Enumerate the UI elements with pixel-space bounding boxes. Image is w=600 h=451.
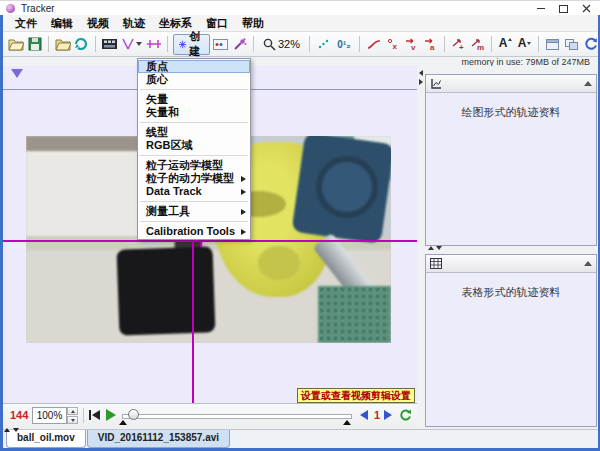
table-view-panel: 表格形式的轨迹资料 [425,254,597,427]
collapse-panel-button[interactable] [584,81,592,86]
clip-settings-icon[interactable] [101,36,118,53]
down-caret-icon [527,42,531,45]
play-rate-field[interactable]: 100% [32,407,67,424]
menu-separator [140,221,248,222]
menu-help[interactable]: 帮助 [235,16,271,31]
menu-file[interactable]: 文件 [8,16,44,31]
toolbar-separator [253,36,254,52]
player-separator [83,408,84,423]
velocities-icon[interactable]: v [403,36,420,53]
menu-item-dynamic-model[interactable]: 粒子的动力学模型 [138,172,250,185]
font-increase-button[interactable]: A [497,36,514,53]
menu-track[interactable]: 轨迹 [116,16,152,31]
collapse-panel-button[interactable] [584,261,592,266]
toolbar: 创建 32% 0¹₂ x v a + [3,32,598,57]
menu-item-vector[interactable]: 矢量 [138,93,250,106]
menu-video[interactable]: 视频 [80,16,116,31]
zoom-button[interactable]: 32% [259,35,304,53]
splitter-up-arrow-icon[interactable] [428,246,434,250]
bottom-splitter-handle[interactable] [4,428,24,433]
menu-item-data-track[interactable]: Data Track [138,185,250,198]
track-control-icon[interactable] [212,36,229,53]
positions-icon[interactable]: x [384,36,401,53]
table-icon [430,258,442,269]
plot-panel-header [426,75,596,93]
menu-item-measuring-tools[interactable]: 测量工具 [138,205,250,218]
select-points-icon[interactable] [315,36,332,53]
open-file-icon[interactable] [7,36,24,53]
calibration-stick-icon[interactable] [145,36,162,53]
create-menu: 质点 质心 矢量 矢量和 线型 RGB区域 粒子运动学模型 粒子的动力学模型 D… [137,58,251,240]
open-library-icon[interactable] [54,36,71,53]
splitter-up-arrow-icon[interactable] [4,428,10,432]
save-icon[interactable] [26,36,43,53]
toolbar-separator [359,36,360,52]
close-button[interactable] [575,1,598,16]
menu-item-analytical-model[interactable]: 粒子运动学模型 [138,159,250,172]
file-tab-bar: ball_oil.mov VID_20161112_153857.avi [3,429,598,448]
tracker-window: Tracker 文件 编辑 视频 轨迹 坐标系 窗口 帮助 [0,0,600,451]
svg-text:v: v [411,43,416,51]
splitter-left-arrow-icon[interactable] [419,70,423,76]
vertical-splitter[interactable] [417,66,425,427]
tooltip: 设置或查看视频剪辑设置 [297,388,415,403]
rate-up-button[interactable] [67,407,78,415]
create-button[interactable]: 创建 [173,34,210,55]
menu-item-vector-sum[interactable]: 矢量和 [138,106,250,119]
timeline-slider[interactable] [122,414,352,419]
font-decrease-button[interactable]: A [516,36,533,53]
axes-icon[interactable] [120,36,143,53]
splitter-down-arrow-icon[interactable] [436,246,442,250]
clip-out-marker[interactable] [343,420,351,425]
refresh-icon[interactable] [582,36,599,53]
maximize-button[interactable] [552,1,575,16]
submenu-arrow-icon [241,209,246,215]
steps-trails-icon[interactable]: 0¹₂ [334,36,354,53]
menu-item-rgb-region[interactable]: RGB区域 [138,139,250,152]
menu-separator [140,89,248,90]
step-size-value[interactable]: 1 [374,409,380,421]
vector-labels-icon[interactable]: m [469,36,486,53]
view-menu-triangle-icon[interactable] [11,69,23,78]
rate-spinner [67,407,78,424]
step-back-button[interactable] [360,410,368,420]
menu-item-line-profile[interactable]: 线型 [138,126,250,139]
svg-text:+: + [459,43,464,51]
menu-item-calibration-tools[interactable]: Calibration Tools [138,225,250,238]
menu-edit[interactable]: 编辑 [44,16,80,31]
dock-panel-icon[interactable] [544,36,561,53]
play-button[interactable] [106,409,116,421]
clip-in-marker[interactable] [119,420,127,425]
menu-item-point-mass[interactable]: 质点 [138,60,250,73]
plot-panel-message: 绘图形式的轨迹资料 [426,105,596,120]
axes-dropdown-caret [136,42,142,46]
coordinate-axis-x[interactable] [3,240,417,242]
down-caret-icon [71,419,75,422]
minimize-button[interactable] [529,1,552,16]
loop-button[interactable] [398,408,412,422]
rate-down-button[interactable] [67,416,78,424]
toolbar-separator [538,36,539,52]
undock-panel-icon[interactable] [563,36,580,53]
horizontal-splitter[interactable] [425,246,597,254]
table-panel-message: 表格形式的轨迹资料 [426,285,596,300]
tab-vid-20161112[interactable]: VID_20161112_153857.avi [87,430,230,448]
title-bar: Tracker [0,0,600,16]
menu-window[interactable]: 窗口 [199,16,235,31]
paste-data-icon[interactable] [73,36,90,53]
toolbar-separator [167,36,168,52]
submenu-arrow-icon [241,229,246,235]
splitter-down-arrow-icon[interactable] [13,428,19,432]
reset-button[interactable] [89,410,101,420]
paths-icon[interactable] [365,36,382,53]
menu-item-center-of-mass[interactable]: 质心 [138,73,250,86]
step-forward-button[interactable] [384,410,392,420]
tooltip-text: 设置或查看视频剪辑设置 [301,389,411,403]
timeline-thumb[interactable] [128,409,139,420]
model-builder-icon[interactable] [231,36,248,53]
vector-sum-icon[interactable]: + [450,36,467,53]
up-caret-icon [508,38,512,41]
splitter-right-arrow-icon[interactable] [419,79,423,85]
accelerations-icon[interactable]: a [422,36,439,53]
close-icon [582,4,591,13]
